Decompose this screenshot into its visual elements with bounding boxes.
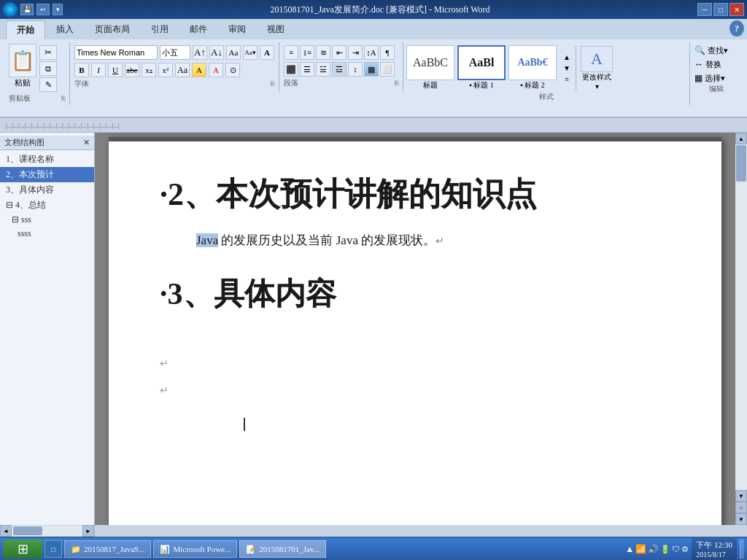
copy-button[interactable]: ⧉	[39, 61, 57, 76]
superscript-button[interactable]: x²	[158, 63, 173, 77]
tray-antivirus-icon[interactable]: ⚙	[681, 545, 689, 554]
taskbar-item-word[interactable]: 📝 2015081701_Jav...	[239, 540, 326, 558]
font-size-input[interactable]	[160, 45, 190, 60]
folder-icon: 📁	[71, 545, 81, 554]
cut-button[interactable]: ✂	[39, 45, 57, 60]
char-spacing-button[interactable]: Aa	[175, 63, 190, 77]
change-styles-button[interactable]: A 更改样式▾	[576, 46, 613, 90]
tray-up-arrow[interactable]: ▲	[625, 544, 634, 555]
sidebar-item-6[interactable]: ssss	[0, 227, 94, 241]
tab-page-layout[interactable]: 页面布局	[85, 20, 140, 39]
multilevel-button[interactable]: ≋	[316, 45, 330, 60]
maximize-button[interactable]: □	[713, 3, 728, 16]
sidebar-close-button[interactable]: ✕	[83, 138, 90, 147]
show-desktop-strip[interactable]	[740, 540, 744, 559]
paste-button[interactable]: 📋 粘贴	[9, 44, 36, 88]
clear-format-button[interactable]: Aa	[226, 45, 241, 60]
sidebar-item-1[interactable]: 1、课程名称	[0, 152, 94, 167]
sidebar-item-3[interactable]: 3、具体内容	[0, 182, 94, 198]
font-expand-icon[interactable]: ⎘	[271, 80, 274, 88]
scroll-thumb[interactable]	[736, 145, 746, 182]
borders-button[interactable]: ⬜	[380, 62, 395, 77]
font-name-input[interactable]	[74, 45, 158, 60]
text-effect-button[interactable]: A	[260, 45, 274, 60]
line-spacing-button[interactable]: ↕	[348, 62, 363, 77]
style-heading2[interactable]: AaBb€ ▪ 标题 2	[508, 45, 557, 90]
font-color-button[interactable]: A	[209, 63, 223, 77]
align-left-button[interactable]: ⬛	[284, 62, 298, 77]
bold-button[interactable]: B	[74, 63, 89, 77]
taskbar-item-folder[interactable]: 📁 20150817_JavaS...	[64, 540, 151, 558]
shading-button[interactable]: ▦	[364, 62, 379, 77]
decrease-font-button[interactable]: A↓	[209, 45, 224, 60]
tab-references[interactable]: 引用	[141, 20, 179, 39]
scroll-up-button[interactable]: ▲	[735, 133, 747, 144]
start-button[interactable]: ⊞	[3, 540, 42, 559]
tab-review[interactable]: 审阅	[218, 20, 256, 39]
justify-button[interactable]: ☲	[332, 62, 347, 77]
subscript-button[interactable]: x₂	[142, 63, 156, 77]
taskbar-item-powerpoint[interactable]: 📊 Microsoft Powe...	[153, 540, 237, 558]
editing-buttons: 🔍 查找▾ ↔ 替换 ▦ 选择▾	[694, 45, 738, 84]
show-marks-button[interactable]: ¶	[380, 45, 395, 60]
tab-insert[interactable]: 插入	[46, 20, 84, 39]
tray-network-icon[interactable]: 📶	[635, 544, 646, 555]
document-scroll-area[interactable]: ·2、本次预计讲解的知识点 Java 的发展历史以及当前 Java 的发展现状。…	[95, 133, 735, 525]
paragraph-expand-icon[interactable]: ⎘	[395, 79, 398, 87]
minimize-button[interactable]: ─	[697, 3, 712, 16]
tab-home[interactable]: 开始	[6, 20, 45, 39]
styles-down-button[interactable]: ▼	[561, 64, 573, 72]
help-icon[interactable]: ?	[729, 20, 744, 36]
font-circle-button[interactable]: ⊙	[225, 63, 240, 77]
styles-up-button[interactable]: ▲	[561, 53, 573, 61]
tray-security-icon[interactable]: 🛡	[672, 545, 680, 553]
style-heading1[interactable]: AaBl ▪ 标题 1	[457, 45, 506, 90]
scroll-h-right-button[interactable]: ►	[82, 525, 94, 537]
increase-font-button[interactable]: A↑	[193, 45, 207, 60]
vertical-scrollbar[interactable]: ▲ ▼ ○ ▼	[735, 133, 747, 525]
tab-view[interactable]: 视图	[257, 20, 295, 39]
sidebar-item-4[interactable]: ⊟ 4、总结	[0, 198, 94, 213]
italic-button[interactable]: I	[91, 63, 106, 77]
title-bar-undo[interactable]: ↩	[36, 4, 50, 15]
change-case-button[interactable]: Aa▾	[243, 45, 258, 60]
select-button[interactable]: ▦ 选择▾	[694, 73, 738, 84]
replace-button[interactable]: ↔ 替换	[694, 59, 738, 70]
align-right-button[interactable]: ☱	[316, 62, 330, 77]
numbering-button[interactable]: 1≡	[300, 45, 314, 60]
underline-button[interactable]: U	[108, 63, 123, 77]
system-clock[interactable]: 下午 12:30 2015/8/17	[692, 538, 737, 560]
close-button[interactable]: ✕	[729, 3, 744, 16]
scroll-h-left-button[interactable]: ◄	[0, 525, 12, 537]
scroll-next-button[interactable]: ▼	[735, 513, 747, 525]
font-row-2: B I U abe x₂ x² Aa A A ⊙	[74, 63, 274, 77]
tray-volume-icon[interactable]: 🔊	[648, 544, 659, 555]
highlight-button[interactable]: A	[192, 63, 206, 77]
bullets-button[interactable]: ≡	[284, 45, 298, 60]
increase-indent-button[interactable]: ⇥	[348, 45, 363, 60]
align-center-button[interactable]: ☰	[300, 62, 314, 77]
paragraph-mark-3: ↵	[160, 384, 670, 397]
title-bar-menu-save[interactable]: 💾	[20, 4, 34, 15]
decrease-indent-button[interactable]: ⇤	[332, 45, 347, 60]
title-bar-dropdown[interactable]: ▾	[53, 4, 63, 15]
doc-body-text: Java 的发展历史以及当前 Java 的发展现状。↵	[160, 230, 670, 252]
sort-button[interactable]: ↕A	[364, 45, 379, 60]
sidebar-item-2[interactable]: 2、本次预计	[0, 167, 94, 182]
clipboard-expand-icon[interactable]: ⎘	[61, 95, 65, 102]
scroll-left-area: ◄ ►	[0, 525, 95, 537]
select-object-button[interactable]: ○	[735, 502, 747, 513]
find-button[interactable]: 🔍 查找▾	[694, 45, 738, 56]
scroll-down-button[interactable]: ▼	[735, 490, 747, 502]
show-desktop-button[interactable]: □	[44, 540, 62, 558]
format-painter-button[interactable]: ✎	[39, 77, 57, 92]
style-normal[interactable]: AaBbC 标题	[406, 45, 454, 90]
tab-mail[interactable]: 邮件	[179, 20, 217, 39]
h-scroll-thumb[interactable]	[13, 526, 42, 535]
styles-more-button[interactable]: ≡	[561, 75, 573, 83]
strikethrough-button[interactable]: abe	[125, 63, 139, 77]
tray-battery-icon[interactable]: 🔋	[660, 545, 670, 554]
ribbon: 开始 插入 页面布局 引用 邮件 审阅 视图 ? 📋 粘贴 ✂ ⧉ ✎	[0, 19, 747, 118]
doc-empty-area: ↵	[160, 357, 670, 370]
sidebar-item-5[interactable]: ⊟ sss	[0, 213, 94, 227]
